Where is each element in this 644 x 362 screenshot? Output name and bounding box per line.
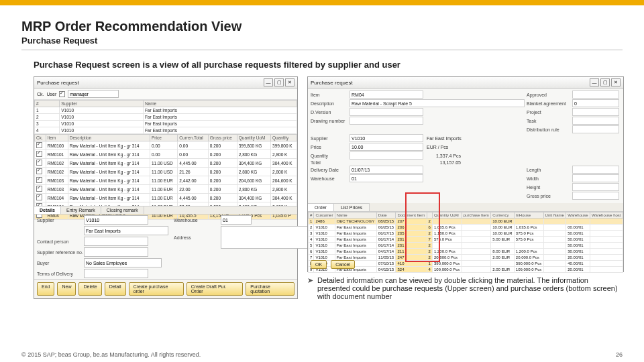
width-field[interactable] [572, 174, 619, 182]
row-checkbox[interactable] [36, 194, 42, 200]
warehouse-field[interactable]: 01 [350, 174, 423, 182]
delete-button[interactable]: Delete [78, 282, 101, 296]
tab-entry-remark[interactable]: Entry Remark [61, 206, 101, 214]
warehouse-field[interactable] [221, 215, 252, 225]
maximize-icon[interactable]: ▢ [274, 78, 284, 86]
supplier-field[interactable]: V1010 [350, 134, 423, 142]
delivery-date-field[interactable]: 01/07/13 [350, 166, 423, 174]
bullet-arrow-icon: ➤ [307, 276, 313, 300]
row-checkbox[interactable] [36, 177, 42, 183]
maximize-icon[interactable]: ▢ [600, 78, 610, 86]
approved-field[interactable] [572, 90, 619, 99]
close-icon[interactable]: ✕ [285, 78, 294, 86]
note-bullet: ➤ Detailed information can be viewed by … [307, 276, 623, 300]
blanket-agreement-field[interactable]: 0 [572, 99, 619, 107]
minimize-icon[interactable]: — [590, 78, 599, 86]
purchase-request-list-window: Purchase request — ▢ ✕ Ck. User #Supplie… [34, 76, 298, 299]
close-icon[interactable]: ✕ [611, 78, 621, 86]
slide-subtitle: Purchase Request [21, 36, 623, 46]
detail-button[interactable]: Detail [105, 282, 126, 296]
minimize-icon[interactable]: — [264, 78, 273, 86]
purchase-request-detail-window: Purchase request — ▢ ✕ ItemRM04 Approved… [307, 76, 624, 272]
purchase-quotation-button[interactable]: Purchase quotation [246, 282, 294, 296]
note-text: Detailed information can be viewed by do… [317, 276, 623, 300]
tab-order[interactable]: Order [308, 203, 334, 211]
version-field[interactable] [350, 108, 423, 116]
quantity-field[interactable] [350, 152, 423, 160]
dist-rule-field[interactable] [572, 125, 619, 133]
footer-page: 26 [616, 351, 623, 358]
contact-field[interactable] [84, 237, 148, 246]
address-field[interactable] [221, 226, 312, 249]
project-field[interactable] [572, 108, 619, 116]
price-field[interactable]: 10.00 [350, 143, 423, 151]
supplier-summary-grid[interactable]: #SupplierName 1V1010Far East Imports 2V1… [34, 100, 297, 134]
gross-price-field[interactable] [572, 192, 619, 200]
item-field[interactable]: RM04 [350, 90, 423, 99]
supplier-name-display: Far East Imports [425, 136, 525, 141]
order-history-grid[interactable]: #CustomerNameDateDocument ItemQuantity U… [308, 212, 623, 273]
row-checkbox[interactable] [36, 142, 42, 148]
tab-details[interactable]: Details [34, 206, 61, 214]
supplier-ref-field[interactable] [84, 247, 148, 257]
height-field[interactable] [572, 183, 619, 191]
user-checkbox[interactable] [59, 91, 65, 97]
detail-form: ItemRM04 Approved DescriptionRaw Materia… [308, 88, 623, 202]
window-title: Purchase request [311, 80, 353, 86]
description-field[interactable]: Raw Material - Scrapt Rate 5 [350, 99, 525, 107]
create-draft-po-button[interactable]: Create Draft Pur. Order [186, 282, 243, 296]
row-checkbox[interactable] [36, 168, 42, 174]
terms-field[interactable] [84, 269, 148, 278]
task-field[interactable] [572, 117, 619, 125]
supplier-name-field[interactable] [84, 226, 168, 235]
detail-tabs[interactable]: Details Entry Remark Closing remark [34, 206, 297, 215]
order-tabs[interactable]: Order List Prices [308, 203, 623, 212]
ok-button[interactable]: OK [311, 260, 327, 269]
supplier-field[interactable] [84, 215, 148, 225]
tab-closing-remark[interactable]: Closing remark [101, 206, 144, 214]
slide-title: MRP Order Recommendation View [21, 19, 623, 34]
row-checkbox[interactable] [36, 186, 42, 192]
window-title: Purchase request [37, 80, 79, 86]
action-buttons: End New Delete Detail Create purchase or… [34, 279, 297, 298]
lead-text: Purchase Request screen is a view of all… [34, 60, 623, 70]
buyer-field[interactable] [84, 258, 162, 267]
drawing-field[interactable] [350, 117, 423, 125]
create-po-button[interactable]: Create purchase order [129, 282, 184, 296]
user-label: User [47, 92, 57, 97]
end-button[interactable]: End [37, 282, 54, 296]
row-checkbox[interactable] [36, 160, 42, 166]
tab-list-prices[interactable]: List Prices [334, 203, 370, 211]
title-divider [21, 50, 623, 50]
user-field[interactable] [68, 90, 119, 98]
row-checkbox[interactable] [36, 151, 42, 157]
cancel-button[interactable]: Cancel [331, 260, 355, 269]
new-button[interactable]: New [57, 282, 76, 296]
footer-copyright: © 2015 SAP; beas Group, be.as Manufactur… [21, 351, 201, 358]
brand-stripe [0, 0, 644, 5]
slide-body: MRP Order Recommendation View Purchase R… [0, 5, 644, 300]
length-field[interactable] [572, 166, 619, 174]
